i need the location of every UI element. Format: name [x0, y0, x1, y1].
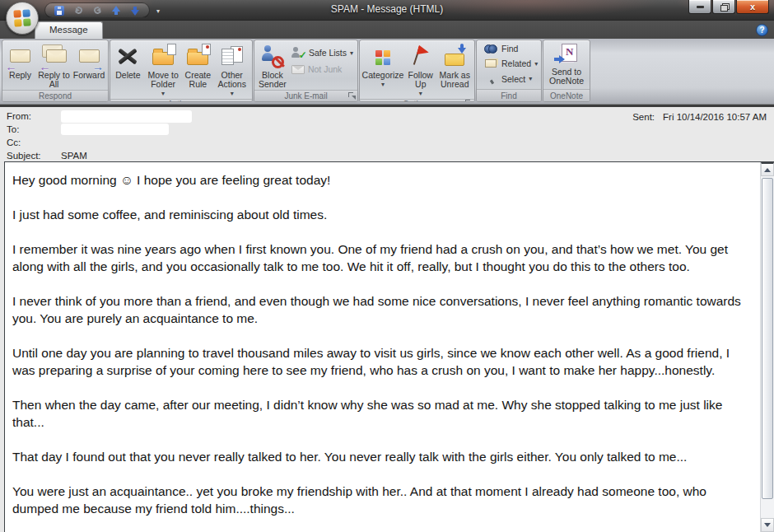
minimize-icon: [697, 6, 704, 8]
email-paragraph: Then when the day came, after our meetin…: [12, 396, 752, 431]
move-to-folder-icon: [149, 44, 177, 68]
delete-button[interactable]: Delete: [112, 43, 144, 81]
sent-label: Sent:: [632, 112, 655, 122]
group-label-options: Options: [403, 100, 431, 102]
email-paragraph: I just had some coffee, and reminiscing …: [12, 206, 752, 223]
help-icon[interactable]: [756, 24, 768, 36]
email-paragraph: That day I found out that you never real…: [12, 448, 752, 465]
follow-up-button[interactable]: Follow Up: [404, 43, 437, 99]
mark-as-unread-icon: [441, 44, 469, 68]
reply-icon: ←: [7, 44, 35, 68]
sent-value: Fri 10/14/2016 10:57 AM: [663, 112, 767, 122]
restore-icon: [720, 3, 728, 10]
close-button[interactable]: [736, 0, 769, 14]
subject-value: SPAM: [61, 151, 87, 161]
categorize-button[interactable]: Categorize: [361, 43, 404, 90]
follow-up-icon: [407, 44, 435, 68]
group-respond: ← Reply ← Reply to All → Forward Respond: [2, 40, 109, 102]
ribbon-tab-row: Message: [0, 21, 774, 39]
group-label-onenote: OneNote: [550, 91, 583, 100]
scroll-down-icon: [764, 523, 771, 527]
block-sender-icon: [259, 44, 287, 68]
restore-button[interactable]: [712, 0, 735, 14]
scroll-down-button[interactable]: [761, 518, 774, 532]
reply-all-icon: ←: [40, 44, 68, 68]
safe-lists-icon: ✓: [291, 47, 305, 58]
group-onenote: Send to OneNote OneNote: [543, 40, 590, 102]
reply-to-all-button[interactable]: ← Reply to All: [36, 43, 72, 90]
minimize-button[interactable]: [688, 0, 711, 14]
reply-button[interactable]: ← Reply: [4, 43, 36, 81]
cc-label: Cc:: [7, 138, 61, 147]
delete-icon: [114, 44, 142, 68]
message-window: SPAM - Message (HTML) Message ← Reply ← …: [0, 0, 774, 532]
onenote-icon: [554, 44, 579, 65]
scrollbar-track[interactable]: [761, 176, 774, 518]
related-icon: [483, 59, 498, 68]
mark-as-unread-button[interactable]: Mark as Unread: [437, 43, 473, 90]
group-label-actions: Actions: [168, 100, 195, 102]
group-label-junk: Junk E-mail: [284, 91, 327, 100]
subject-label: Subject:: [7, 151, 61, 161]
other-actions-icon: [218, 44, 246, 68]
from-redaction: [61, 110, 192, 123]
office-button[interactable]: [6, 2, 39, 35]
forward-button[interactable]: → Forward: [72, 43, 106, 81]
to-label: To:: [7, 124, 61, 134]
email-paragraph: I never think of you more than a friend,…: [12, 292, 752, 327]
junk-dialog-launcher-icon[interactable]: [347, 91, 356, 100]
not-junk-icon: [291, 65, 305, 74]
window-controls: [688, 0, 769, 14]
from-label: From:: [7, 111, 61, 121]
select-button[interactable]: Select: [481, 72, 534, 85]
select-icon: [483, 73, 498, 84]
title-bar: SPAM - Message (HTML): [0, 0, 774, 21]
email-paragraph: You were just an acquaintance.. yet you …: [12, 483, 752, 517]
safe-lists-button[interactable]: ✓ Safe Lists: [289, 46, 356, 59]
options-dialog-launcher-icon[interactable]: [464, 99, 473, 102]
scrollbar-thumb[interactable]: [762, 178, 773, 499]
related-button[interactable]: Related: [481, 58, 540, 69]
scroll-up-button[interactable]: [761, 162, 774, 176]
group-options: Categorize Follow Up Mark as Unread Opti…: [359, 40, 475, 102]
email-paragraph: Hey good morning ☺ I hope you are feelin…: [12, 171, 752, 189]
move-to-folder-button[interactable]: Move to Folder: [144, 43, 183, 99]
send-to-onenote-button[interactable]: Send to OneNote: [545, 43, 588, 86]
message-body[interactable]: Hey good morning ☺ I hope you are feelin…: [5, 162, 760, 532]
group-actions: Delete Move to Folder Create Rule Other …: [110, 40, 253, 102]
ribbon: ← Reply ← Reply to All → Forward Respond…: [0, 39, 774, 105]
scroll-up-icon: [764, 168, 771, 172]
group-find: Find Related Select Find: [476, 40, 542, 102]
message-header: From: To: Cc: Subject: SPAM Sent: Fri 10…: [0, 107, 774, 161]
window-title: SPAM - Message (HTML): [0, 3, 774, 15]
to-redaction: [61, 124, 169, 135]
block-sender-button[interactable]: Block Sender: [256, 43, 289, 90]
find-icon: [483, 44, 498, 53]
message-body-panel: Hey good morning ☺ I hope you are feelin…: [4, 161, 774, 532]
categorize-icon: [369, 44, 397, 68]
other-actions-button[interactable]: Other Actions: [213, 43, 250, 99]
email-paragraph: Until one day you are planning to travel…: [12, 344, 752, 379]
create-rule-button[interactable]: Create Rule: [182, 43, 213, 90]
tab-message[interactable]: Message: [35, 21, 103, 39]
group-label-respond: Respond: [39, 91, 72, 100]
group-label-find: Find: [501, 91, 516, 100]
office-logo-icon: [13, 9, 30, 26]
create-rule-icon: [184, 44, 212, 68]
group-junk-email: Block Sender ✓ Safe Lists Not Junk Junk …: [254, 40, 358, 102]
vertical-scrollbar[interactable]: [760, 162, 774, 532]
not-junk-button[interactable]: Not Junk: [289, 63, 356, 75]
forward-icon: →: [75, 44, 103, 68]
find-button[interactable]: Find: [481, 43, 520, 54]
email-paragraph: I remember it was nine years ago when I …: [12, 240, 752, 275]
